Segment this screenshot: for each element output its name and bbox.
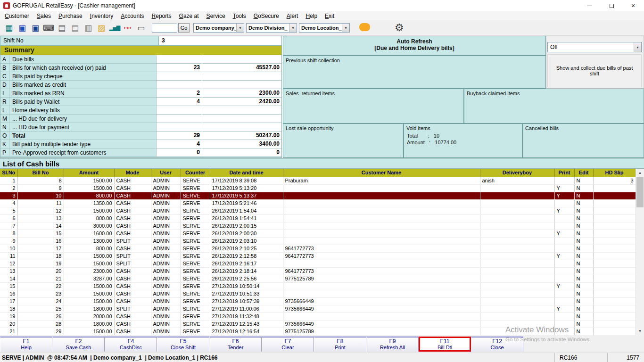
summary-row-n[interactable]: N... HD due for payment [0,123,281,132]
table-row[interactable]: 21291500.00CASHADMINSERVE27/12/2019 12:1… [0,328,636,335]
chart-icon[interactable]: ▂▅▇ [108,22,121,34]
document-icon[interactable]: ▤ [69,22,81,34]
cell-deliveryboy [480,320,554,328]
column-header-user[interactable]: User [151,169,181,177]
cell-bill: 28 [17,320,64,328]
menu-item-gosecure[interactable]: GoSecure [250,12,283,20]
table-row[interactable]: 15221500.00CASHADMINSERVE27/12/2019 10:5… [0,282,636,290]
column-header-amount[interactable]: Amount [64,169,114,177]
column-header-counter[interactable]: Counter [181,169,210,177]
summary-row-o[interactable]: OTotal2950247.00 [0,132,281,140]
summary-row-a[interactable]: ADue bills [0,55,281,64]
table-row[interactable]: 16231500.00CASHADMINSERVE27/12/2019 10:5… [0,290,636,297]
fkey-f4-button[interactable]: F4CashDisc [105,337,157,352]
company-dropdown[interactable]: Demo company_ ▼ [193,23,244,33]
table-row[interactable]: 7143000.00CASHADMINSERVE26/12/2019 2:00:… [0,222,636,230]
table-row[interactable]: 17241500.00CASHADMINSERVE27/12/2019 10:5… [0,297,636,305]
menu-item-reports[interactable]: Reports [148,12,175,20]
menu-item-sales[interactable]: Sales [33,12,55,20]
table-row[interactable]: 20281800.00CASHADMINSERVE27/12/2019 12:1… [0,320,636,328]
column-header-bill-no[interactable]: Bill No [17,169,64,177]
column-header-print[interactable]: Print [554,169,574,177]
location-dropdown[interactable]: Demo Location_ ▼ [299,23,350,33]
fkey-f6-button[interactable]: F6Tender [209,337,262,352]
table-row[interactable]: 13202300.00CASHADMINSERVE26/12/2019 2:18… [0,267,636,275]
summary-row-r[interactable]: RBills paid by Wallet42420.00 [0,98,281,106]
minimize-button[interactable] [579,0,601,11]
fkey-f12-button[interactable]: F12Close [471,337,523,352]
menu-item-help[interactable]: Help [302,12,321,20]
menu-item-service[interactable]: Service [203,12,229,20]
table-row[interactable]: 613800.00CASHADMINSERVE26/12/2019 1:54:4… [0,214,636,222]
summary-row-p[interactable]: PPre-Approved receipt from customers00 [0,148,281,157]
table-row[interactable]: 14213287.00CASHADMINSERVE26/12/2019 2:25… [0,275,636,282]
scrollbar-thumb[interactable] [636,177,644,207]
menu-item-inventory[interactable]: Inventory [86,12,117,20]
screen-icon[interactable]: ▭ [135,22,147,34]
fkey-f9-button[interactable]: F9Refresh All [366,337,419,352]
column-header-date-and-time[interactable]: Date and time [210,169,283,177]
show-collect-dues-button[interactable]: Show and collect due bills of past shift [547,54,642,87]
fkey-f8-button[interactable]: F8Print [314,337,366,352]
summary-row-c[interactable]: CBills paid by cheque [0,72,281,81]
table-row[interactable]: 4111350.00CASHADMINSERVE17/12/2019 5:21:… [0,199,636,207]
summary-row-b[interactable]: BBills for which cash received (or) paid… [0,64,281,72]
table-row[interactable]: 181500.00CASHADMINSERVE17/12/2019 8:39:0… [0,177,636,184]
exit-icon[interactable]: EXIT [122,22,134,34]
folder-icon[interactable]: ▨ [95,22,107,34]
app-window-icon[interactable]: ▣ [29,22,41,34]
summary-row-k[interactable]: KBill paid by multiple tender type43400.… [0,140,281,148]
division-dropdown[interactable]: Demo Division_ ▼ [246,23,297,33]
printer-icon[interactable]: ▤ [56,22,68,34]
table-row[interactable]: 12191500.00SPLITADMINSERVE26/12/2019 2:1… [0,260,636,267]
summary-row-l[interactable]: LHome delivery bills [0,106,281,115]
gear-icon[interactable]: ⚙ [395,23,404,33]
column-header-sl-no[interactable]: Sl.No [0,169,17,177]
column-header-customer-name[interactable]: Customer Name [283,169,480,177]
scroll-down-icon[interactable]: ▼ [636,327,644,335]
menu-item-alert[interactable]: Alert [283,12,302,20]
summary-row-i[interactable]: IBills marked as RRN22300.00 [0,89,281,98]
keyboard-icon[interactable]: ⌨ [42,22,55,34]
table-row[interactable]: 1017800.00CASHADMINSERVE26/12/2019 2:10:… [0,245,636,252]
calculator-icon[interactable]: ▦ [3,22,15,34]
menu-item-gaze-at[interactable]: Gaze at [175,12,203,20]
maximize-button[interactable] [601,0,622,11]
table-row[interactable]: 5121500.00CASHADMINSERVE26/12/2019 1:54:… [0,207,636,214]
menu-item-tools[interactable]: Tools [229,12,250,20]
table-row[interactable]: 310800.00CASHADMINSERVE17/12/2019 5:13:3… [0,192,636,199]
chat-icon[interactable] [359,23,370,31]
table-row[interactable]: 18251800.00SPLITADMINSERVE27/12/2019 11:… [0,305,636,313]
column-header-edit[interactable]: Edit [574,169,593,177]
fkey-f2-button[interactable]: F2Save Cash [52,337,105,352]
column-header-hd-slip[interactable]: HD Slip [593,169,636,177]
cell-datetime: 17/12/2019 5:21:46 [210,199,283,207]
table-row[interactable]: 9161300.00SPLITADMINSERVE26/12/2019 2:03… [0,237,636,245]
menu-item-accounts[interactable]: Accounts [117,12,148,20]
table-row[interactable]: 19262000.00CASHADMINSERVE27/12/2019 11:3… [0,313,636,320]
table-row[interactable]: 291500.00CASHADMINSERVE17/12/2019 5:13:2… [0,184,636,192]
go-button[interactable]: Go [178,23,190,33]
table-row[interactable]: 8151600.00CASHADMINSERVE26/12/2019 2:00:… [0,230,636,237]
fkey-f7-button[interactable]: F7Clear [262,337,314,352]
summary-row-m[interactable]: M... HD due for delivery [0,115,281,123]
toolbar-search-input[interactable] [152,24,177,33]
fkey-f5-button[interactable]: F5Close Shift [157,337,209,352]
cell-amount: 1800.00 [64,305,114,313]
auto-refresh-dropdown[interactable]: Off ▼ [547,42,642,52]
fkey-f11-button[interactable]: F11Bill Dtl [419,337,471,352]
column-header-deliveryboy[interactable]: Deliveryboy [480,169,554,177]
menu-item-exit[interactable]: Exit [321,12,338,20]
cell-sl: 3 [0,192,17,199]
scroll-up-icon[interactable]: ▲ [636,169,644,177]
table-scrollbar[interactable]: ▲ ▼ [636,169,644,335]
summary-row-d[interactable]: DBills marked as credit [0,81,281,89]
receipt-icon[interactable]: ▥ [82,22,94,34]
fkey-f1-button[interactable]: F1Help [0,337,52,352]
save-icon[interactable]: ▣ [16,22,28,34]
menu-item-purchase[interactable]: Purchase [55,12,86,20]
close-button[interactable]: × [622,0,644,11]
table-row[interactable]: 11181500.00SPLITADMINSERVE26/12/2019 2:1… [0,252,636,260]
menu-item-customer[interactable]: Customer [1,12,33,20]
column-header-mode[interactable]: Mode [114,169,151,177]
